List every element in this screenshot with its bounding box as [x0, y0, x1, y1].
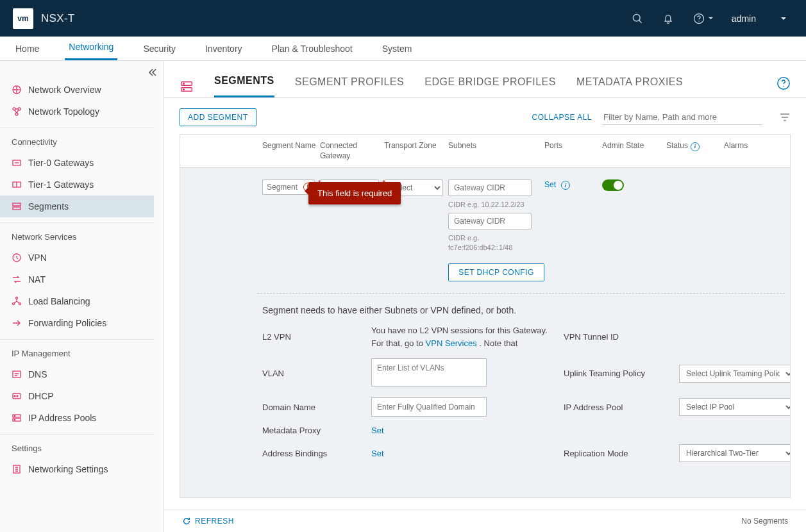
segment-details: L2 VPN You have no L2 VPN sessions for t…	[180, 324, 790, 474]
l2vpn-value: You have no L2 VPN sessions for this Gat…	[371, 324, 557, 349]
segment-note: Segment needs to have either Subnets or …	[180, 303, 790, 324]
sidebar-tier1[interactable]: Tier-1 Gateways	[0, 174, 154, 195]
help-icon[interactable]	[777, 76, 791, 90]
add-segment-button[interactable]: ADD SEGMENT	[180, 108, 256, 126]
svg-point-27	[183, 83, 185, 84]
ports-set-link[interactable]: Set	[544, 180, 556, 189]
address-bindings-set-link[interactable]: Set	[371, 449, 384, 458]
subtab-edge-bridge-profiles[interactable]: EDGE BRIDGE PROFILES	[424, 76, 556, 97]
chevron-down-icon	[708, 15, 714, 21]
sidebar-load-balancing[interactable]: Load Balancing	[0, 290, 154, 312]
info-icon[interactable]: i	[691, 142, 700, 151]
info-icon[interactable]: i	[561, 181, 570, 190]
set-dhcp-config-button[interactable]: SET DHCP CONFIG	[448, 263, 544, 281]
sidebar-dhcp[interactable]: DHCP	[0, 385, 154, 407]
sidebar-collapse-icon[interactable]	[147, 67, 157, 78]
sidebar-segments[interactable]: Segments	[0, 195, 154, 217]
sidebar: Network Overview Network Topology Connec…	[0, 61, 164, 532]
sidebar-dns[interactable]: DNS	[0, 363, 154, 385]
bell-icon[interactable]	[662, 12, 675, 25]
help-menu[interactable]	[693, 12, 714, 25]
sidebar-networking-settings[interactable]: Networking Settings	[0, 458, 154, 480]
product-title: NSX-T	[41, 12, 75, 25]
refresh-button[interactable]: REFRESH	[182, 517, 234, 526]
fwd-icon	[12, 318, 22, 328]
ippool-icon	[12, 413, 22, 423]
subtab-metadata-proxies[interactable]: METADATA PROXIES	[576, 76, 683, 97]
segments-icon	[12, 201, 22, 212]
sidebar-item-label: Forwarding Policies	[28, 318, 106, 328]
domain-name-input[interactable]	[371, 397, 487, 417]
col-subnets: Subnets	[448, 141, 544, 151]
sidebar-tier0[interactable]: Tier-0 Gateways	[0, 152, 154, 174]
table-body: This field is required ! * None *	[180, 168, 790, 497]
validation-tooltip: This field is required	[308, 182, 401, 204]
sidebar-item-label: Segments	[28, 201, 69, 212]
admin-state-toggle[interactable]	[602, 179, 624, 191]
sidebar-item-label: IP Address Pools	[28, 413, 96, 423]
sidebar-forwarding-policies[interactable]: Forwarding Policies	[0, 312, 154, 334]
col-alarms: Alarms	[724, 141, 782, 151]
search-icon[interactable]	[631, 12, 644, 25]
replication-mode-label: Replication Mode	[564, 449, 673, 458]
vpn-services-link[interactable]: VPN Services	[426, 338, 477, 348]
overview-icon	[12, 85, 22, 95]
replication-mode-select[interactable]: Hierarchical Two-Tier	[679, 444, 790, 462]
ip-pool-label: IP Address Pool	[564, 403, 673, 412]
nav-home[interactable]: Home	[12, 44, 43, 60]
segments-header-icon	[180, 79, 194, 94]
sidebar-group-settings: Settings	[0, 435, 154, 458]
svg-point-28	[183, 88, 185, 90]
ip-pool-select[interactable]: Select IP Pool	[679, 398, 790, 416]
collapse-all-link[interactable]: COLLAPSE ALL	[532, 113, 592, 122]
filter-input[interactable]	[602, 110, 762, 125]
nat-icon	[12, 274, 22, 285]
filter-icon[interactable]	[779, 112, 791, 123]
col-ports: Ports	[544, 141, 602, 151]
sidebar-network-overview[interactable]: Network Overview	[0, 79, 154, 101]
sidebar-ip-address-pools[interactable]: IP Address Pools	[0, 407, 154, 429]
col-segment-name: Segment Name	[262, 141, 320, 151]
vlan-input[interactable]	[371, 358, 487, 387]
vmware-logo: vm	[13, 8, 33, 29]
nav-inventory[interactable]: Inventory	[201, 44, 246, 60]
table-footer: REFRESH No Segments	[164, 510, 806, 532]
subtab-segment-profiles[interactable]: SEGMENT PROFILES	[295, 76, 404, 97]
nav-plan[interactable]: Plan & Troubleshoot	[268, 44, 357, 60]
sidebar-item-label: Tier-0 Gateways	[28, 158, 94, 168]
subtab-segments[interactable]: SEGMENTS	[214, 75, 274, 97]
lb-icon	[12, 296, 22, 306]
user-menu[interactable]: admin	[732, 13, 793, 24]
sidebar-item-label: DNS	[28, 369, 47, 379]
metadata-proxy-set-link[interactable]: Set	[371, 426, 384, 435]
horizontal-scrollbar[interactable]	[180, 498, 791, 510]
nav-security[interactable]: Security	[139, 44, 180, 60]
svg-point-22	[14, 415, 15, 416]
nav-system[interactable]: System	[378, 44, 416, 60]
svg-line-1	[639, 20, 642, 22]
sidebar-group-ip-management: IP Management	[0, 340, 154, 363]
dns-icon	[12, 369, 22, 379]
toolbar: ADD SEGMENT COLLAPSE ALL	[164, 98, 806, 134]
sidebar-item-label: DHCP	[28, 391, 54, 401]
sidebar-item-label: Tier-1 Gateways	[28, 179, 94, 190]
svg-rect-10	[13, 203, 21, 206]
sidebar-group-connectivity: Connectivity	[0, 128, 154, 152]
nav-networking[interactable]: Networking	[65, 42, 117, 60]
top-bar: vm NSX-T admin	[0, 0, 806, 37]
subnet-cidr-input-v4[interactable]	[448, 179, 532, 196]
cidr-hint-v4: CIDR e.g. 10.22.12.2/23	[448, 200, 538, 209]
metadata-proxy-label: Metadata Proxy	[262, 426, 365, 435]
dhcp-icon	[12, 391, 22, 401]
svg-point-18	[14, 395, 15, 397]
sub-tabs: SEGMENTS SEGMENT PROFILES EDGE BRIDGE PR…	[164, 61, 806, 98]
sidebar-network-topology[interactable]: Network Topology	[0, 101, 154, 122]
topology-icon	[12, 106, 22, 117]
sidebar-nat[interactable]: NAT	[0, 269, 154, 290]
sidebar-item-label: Networking Settings	[28, 464, 108, 474]
uplink-teaming-select[interactable]: Select Uplink Teaming Policy	[679, 365, 790, 383]
subnet-cidr-input-v6[interactable]	[448, 213, 532, 229]
vpn-tunnel-label: VPN Tunnel ID	[564, 332, 673, 342]
sidebar-vpn[interactable]: VPN	[0, 247, 154, 269]
col-status: Statusi	[666, 141, 724, 151]
